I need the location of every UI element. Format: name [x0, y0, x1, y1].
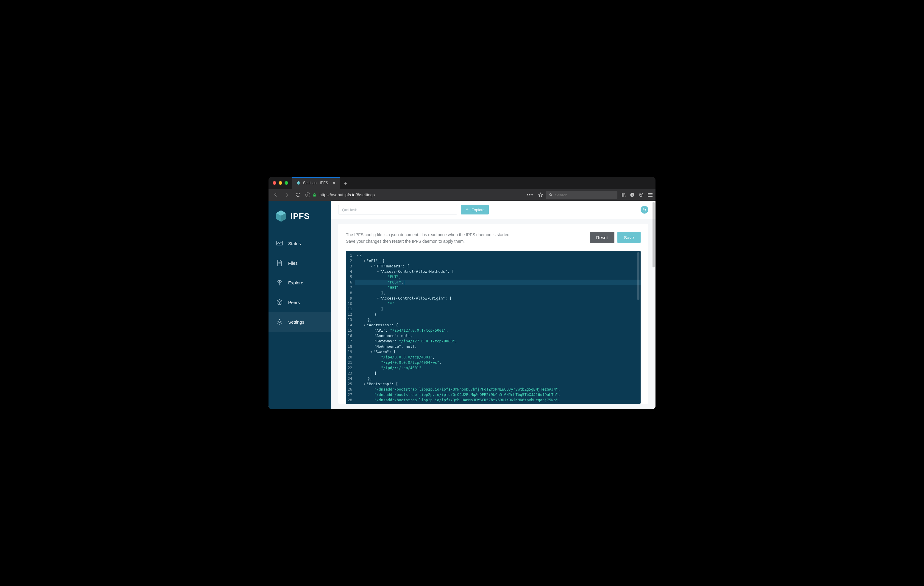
- scrollbar-thumb[interactable]: [652, 202, 655, 267]
- page-actions-more[interactable]: •••: [526, 192, 533, 198]
- editor-gutter: 1234567891011121314151617181920212223242…: [346, 251, 355, 404]
- editor-scrollbar[interactable]: [637, 251, 640, 404]
- browser-window: Settings - IPFS ✕ ＋ i https:: [269, 177, 655, 409]
- window-zoom-button[interactable]: [285, 181, 288, 185]
- ipfs-companion-info-icon[interactable]: [630, 193, 635, 197]
- search-input[interactable]: [555, 193, 614, 197]
- code-line[interactable]: "/ip4/0.0.0.0/tcp/4004/ws",: [355, 360, 640, 365]
- sidebar-item-files[interactable]: Files: [269, 253, 331, 273]
- ipfs-companion-cube-icon[interactable]: [639, 193, 644, 197]
- code-line[interactable]: ▾"Swarm": [: [355, 349, 640, 355]
- site-identity[interactable]: i: [305, 193, 317, 197]
- svg-point-29: [279, 321, 280, 323]
- code-line[interactable]: "POST",: [355, 280, 640, 285]
- code-line[interactable]: },: [355, 317, 640, 323]
- browser-tab[interactable]: Settings - IPFS ✕: [292, 177, 340, 189]
- nav-reload-button[interactable]: [294, 191, 302, 199]
- nav-forward-button[interactable]: [283, 191, 291, 199]
- cube-icon: [276, 299, 283, 306]
- code-line[interactable]: "PUT",: [355, 274, 640, 280]
- search-box[interactable]: [546, 191, 617, 199]
- explore-label: Explore: [472, 207, 485, 212]
- code-line[interactable]: ],: [355, 290, 640, 296]
- code-line[interactable]: "NoAnnounce": null,: [355, 344, 640, 349]
- window-controls: [269, 177, 292, 189]
- svg-line-5: [551, 196, 552, 196]
- sidebar-item-status[interactable]: Status: [269, 234, 331, 253]
- code-line[interactable]: "/ip4/0.0.0.0/tcp/4001",: [355, 355, 640, 360]
- page-scrollbar[interactable]: [652, 201, 655, 409]
- editor-code[interactable]: ▾{ ▾"API": { ▾"HTTPHeaders": { ▾"Access-…: [355, 251, 640, 404]
- tree-icon: [276, 279, 283, 286]
- page-actions: •••: [526, 192, 543, 198]
- code-line[interactable]: "/ip6/::/tcp/4001": [355, 365, 640, 370]
- ipfs-favicon-icon: [297, 181, 301, 185]
- svg-marker-3: [538, 193, 542, 197]
- tab-bar: Settings - IPFS ✕ ＋: [269, 177, 655, 189]
- swap-icon: [642, 207, 647, 212]
- code-line[interactable]: ▾"HTTPHeaders": {: [355, 263, 640, 269]
- reset-button[interactable]: Reset: [590, 232, 614, 243]
- code-line[interactable]: }: [355, 312, 640, 317]
- search-icon: [549, 193, 553, 197]
- code-line[interactable]: ]: [355, 370, 640, 376]
- code-line[interactable]: ]: [355, 306, 640, 312]
- tab-close-button[interactable]: ✕: [332, 181, 336, 185]
- sidebar-item-peers[interactable]: Peers: [269, 292, 331, 312]
- sidebar-item-label: Status: [288, 241, 301, 246]
- code-line[interactable]: "/dnsaddr/bootstrap.libp2p.io/ipfs/QmQCU…: [355, 392, 640, 397]
- code-line[interactable]: },: [355, 376, 640, 381]
- svg-rect-11: [632, 194, 632, 196]
- gear-icon: [276, 319, 283, 325]
- hash-explore-bar: QmHash Explore: [331, 201, 655, 219]
- code-line[interactable]: "GET": [355, 285, 640, 290]
- menu-button[interactable]: [648, 193, 652, 197]
- code-line[interactable]: "/dnsaddr/bootstrap.libp2p.io/ipfs/QmbLH…: [355, 397, 640, 403]
- url-prefix: https://webui.: [319, 193, 345, 197]
- connection-badge[interactable]: [640, 206, 648, 214]
- code-line[interactable]: ▾"Access-Control-Allow-Origin": [: [355, 296, 640, 301]
- code-line[interactable]: ▾{: [355, 253, 640, 258]
- hash-placeholder: QmHash: [342, 207, 357, 212]
- new-tab-button[interactable]: ＋: [340, 177, 351, 189]
- sidebar-item-label: Peers: [288, 300, 300, 305]
- code-line[interactable]: ▾"Addresses": {: [355, 323, 640, 328]
- url-text[interactable]: https://webui.ipfs.io/#/settings: [319, 193, 375, 197]
- bookmark-star-icon[interactable]: [538, 193, 543, 197]
- nav-back-button[interactable]: [272, 191, 280, 199]
- code-line[interactable]: ▾"API": {: [355, 258, 640, 263]
- explore-button[interactable]: Explore: [461, 205, 489, 214]
- tree-icon: [465, 207, 469, 212]
- panel-desc-line1: The IPFS config file is a json document.…: [346, 232, 510, 238]
- tab-title: Settings - IPFS: [303, 181, 328, 185]
- svg-rect-12: [632, 194, 632, 194]
- hash-input[interactable]: QmHash: [338, 205, 457, 214]
- code-line[interactable]: "*": [355, 301, 640, 306]
- code-line[interactable]: "/dnsaddr/bootstrap.libp2p.io/ipfs/QmcZf…: [355, 403, 640, 404]
- window-close-button[interactable]: [273, 181, 276, 185]
- sidebar-item-settings[interactable]: Settings: [269, 312, 331, 332]
- code-line[interactable]: "Gateway": "/ip4/127.0.0.1/tcp/8080",: [355, 339, 640, 344]
- panel-description: The IPFS config file is a json document.…: [346, 232, 510, 245]
- code-line[interactable]: ▾"Access-Control-Allow-Methods": [: [355, 269, 640, 274]
- ipfs-logo-icon: [275, 210, 287, 223]
- save-button[interactable]: Save: [617, 232, 640, 243]
- sidebar: IPFS Status Files Explore: [269, 201, 331, 409]
- library-icon[interactable]: [620, 193, 626, 197]
- config-editor[interactable]: 1234567891011121314151617181920212223242…: [346, 251, 640, 404]
- code-line[interactable]: "Announce": null,: [355, 333, 640, 339]
- window-minimize-button[interactable]: [279, 181, 282, 185]
- info-icon: i: [305, 193, 310, 197]
- code-line[interactable]: "API": "/ip4/127.0.0.1/tcp/5001",: [355, 328, 640, 333]
- main-content: QmHash Explore The IPFS config file is a…: [331, 201, 655, 409]
- sidebar-item-label: Explore: [288, 280, 304, 285]
- code-line[interactable]: "/dnsaddr/bootstrap.libp2p.io/ipfs/QmNno…: [355, 387, 640, 392]
- sidebar-item-label: Settings: [288, 319, 304, 324]
- sidebar-item-label: Files: [288, 260, 298, 266]
- sidebar-item-explore[interactable]: Explore: [269, 273, 331, 292]
- svg-line-9: [625, 193, 625, 197]
- brand: IPFS: [269, 206, 331, 230]
- scrollbar-thumb[interactable]: [637, 252, 639, 300]
- code-line[interactable]: ▾"Bootstrap": [: [355, 381, 640, 387]
- svg-point-26: [279, 280, 280, 281]
